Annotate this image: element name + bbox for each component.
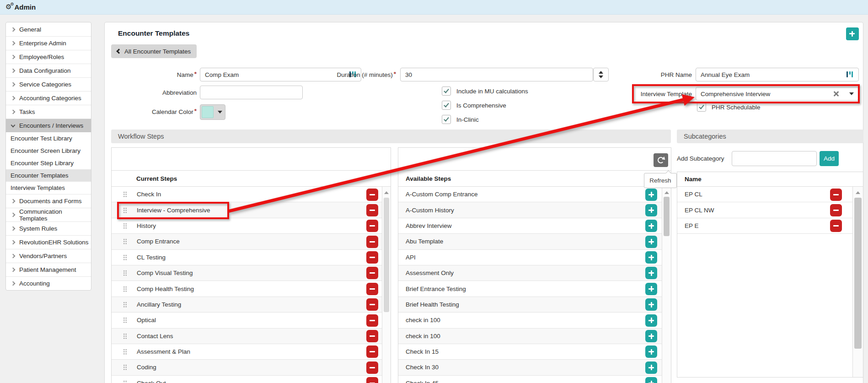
remove-subcategory-button[interactable] [830, 220, 842, 232]
sidebar-item-data-configuration[interactable]: Data Configuration [6, 64, 91, 77]
add-step-button[interactable] [645, 236, 657, 248]
sidebar-item-general[interactable]: General [6, 22, 91, 36]
workflow-step-row: Check Out [112, 376, 382, 383]
drag-handle-icon[interactable] [123, 191, 127, 198]
remove-step-button[interactable] [366, 330, 378, 342]
subcategories-section-header: Subcategories [677, 129, 863, 143]
drag-handle-icon[interactable] [123, 238, 127, 245]
add-step-button[interactable] [645, 251, 657, 264]
sidebar-item-interview-templates[interactable]: Interview Templates [6, 182, 91, 194]
workflow-step-row: Interview - Comprehensive [112, 202, 382, 218]
sidebar-item-patient-management[interactable]: Patient Management [6, 263, 91, 276]
remove-step-button[interactable] [366, 298, 378, 311]
drag-handle-icon[interactable] [123, 348, 127, 355]
sidebar-item-system-rules[interactable]: System Rules [6, 221, 91, 235]
remove-step-button[interactable] [366, 189, 378, 201]
refresh-button[interactable] [654, 153, 668, 167]
add-template-button[interactable] [846, 27, 859, 40]
sidebar-item-tasks[interactable]: Tasks [6, 105, 91, 119]
app-title: Admin [14, 3, 36, 11]
drag-handle-icon[interactable] [123, 364, 127, 371]
available-steps-scrollbar[interactable] [662, 187, 671, 383]
remove-step-button[interactable] [366, 314, 378, 327]
remove-step-button[interactable] [366, 251, 378, 264]
include-in-mu-calculations-checkbox[interactable] [442, 86, 451, 96]
sidebar-item-accounting[interactable]: Accounting [6, 276, 91, 290]
abbreviation-input[interactable] [200, 86, 303, 99]
add-step-button[interactable] [645, 298, 657, 311]
clear-icon[interactable] [833, 91, 839, 97]
add-step-button[interactable] [645, 267, 657, 279]
admin-top-bar: ⚙⚙ Admin [0, 0, 868, 15]
all-encounter-templates-button[interactable]: All Encounter Templates [111, 44, 197, 58]
add-step-button[interactable] [645, 189, 657, 201]
drag-handle-icon[interactable] [123, 222, 127, 229]
remove-step-button[interactable] [366, 267, 378, 279]
subcategories-scrollbar[interactable] [852, 187, 863, 377]
step-label: Abbrev Interview [406, 222, 452, 229]
sidebar-item-encounter-test-library[interactable]: Encounter Test Library [6, 132, 91, 145]
sidebar-item-revolutionehr-solutions[interactable]: RevolutionEHR Solutions [6, 235, 91, 249]
sidebar-item-label: Encounter Test Library [11, 135, 72, 142]
add-step-button[interactable] [645, 314, 657, 327]
scrollbar-thumb[interactable] [854, 198, 862, 349]
scroll-up-icon[interactable] [664, 191, 669, 194]
drag-handle-icon[interactable] [123, 207, 127, 214]
scroll-up-icon[interactable] [384, 191, 389, 194]
add-step-button[interactable] [645, 377, 657, 383]
remove-step-button[interactable] [366, 236, 378, 248]
remove-step-button[interactable] [366, 361, 378, 374]
sidebar-item-encounters-interviews[interactable]: Encounters / Interviews [6, 119, 91, 132]
sidebar-item-vendors-partners[interactable]: Vendors/Partners [6, 249, 91, 263]
scrollbar-thumb[interactable] [384, 198, 389, 312]
add-step-button[interactable] [645, 220, 657, 232]
remove-subcategory-button[interactable] [830, 189, 842, 201]
stepper-up-icon[interactable] [599, 71, 603, 74]
sidebar-item-employee-roles[interactable]: Employee/Roles [6, 50, 91, 64]
sidebar-item-communication-templates[interactable]: Communication Templates [6, 208, 91, 221]
drag-handle-icon[interactable] [123, 380, 127, 383]
sidebar-item-encounter-templates[interactable]: Encounter Templates [6, 169, 91, 182]
phr-schedulable-checkbox[interactable] [697, 102, 706, 112]
current-steps-panel: Current Steps Check InInterview - Compre… [111, 147, 391, 383]
remove-step-button[interactable] [366, 204, 378, 216]
current-steps-scrollbar[interactable] [382, 187, 391, 383]
sidebar-item-encounter-step-library[interactable]: Encounter Step Library [6, 157, 91, 169]
phr-name-input[interactable] [696, 68, 859, 81]
remove-step-button[interactable] [366, 377, 378, 383]
drag-handle-icon[interactable] [123, 317, 127, 324]
is-comprehensive-checkbox[interactable] [442, 101, 451, 110]
duration-input[interactable] [400, 68, 593, 81]
add-subcategory-input[interactable] [732, 151, 817, 166]
drag-handle-icon[interactable] [123, 333, 127, 340]
remove-subcategory-button[interactable] [830, 204, 842, 216]
remove-step-button[interactable] [366, 220, 378, 232]
drag-handle-icon[interactable] [123, 286, 127, 292]
duration-stepper[interactable] [593, 68, 609, 81]
phr-schedulable-row: PHR Schedulable [697, 102, 761, 112]
scrollbar-thumb[interactable] [664, 197, 670, 236]
drag-handle-icon[interactable] [123, 301, 127, 308]
add-step-button[interactable] [645, 361, 657, 374]
remove-step-button[interactable] [366, 345, 378, 358]
add-step-button[interactable] [645, 330, 657, 342]
drag-handle-icon[interactable] [123, 254, 127, 261]
interview-template-select[interactable]: Comprehensive Interview [696, 87, 859, 101]
step-label: A-Custom History [406, 207, 454, 214]
calendar-color-picker[interactable] [200, 104, 225, 120]
add-step-button[interactable] [645, 345, 657, 358]
remove-step-button[interactable] [366, 283, 378, 295]
scroll-up-icon[interactable] [856, 191, 860, 194]
drag-handle-icon[interactable] [123, 270, 127, 276]
add-step-button[interactable] [645, 204, 657, 216]
sidebar-item-encounter-screen-library[interactable]: Encounter Screen Library [6, 145, 91, 157]
sidebar-item-service-categories[interactable]: Service Categories [6, 77, 91, 91]
sidebar-item-enterprise-admin[interactable]: Enterprise Admin [6, 36, 91, 50]
in-clinic-checkbox[interactable] [442, 115, 451, 124]
chevron-down-icon[interactable] [849, 92, 854, 95]
sidebar-item-documents-and-forms[interactable]: Documents and Forms [6, 194, 91, 208]
add-step-button[interactable] [645, 283, 657, 295]
add-subcategory-button[interactable]: Add [820, 151, 839, 166]
stepper-down-icon[interactable] [599, 76, 603, 78]
sidebar-item-accounting-categories[interactable]: Accounting Categories [6, 91, 91, 105]
